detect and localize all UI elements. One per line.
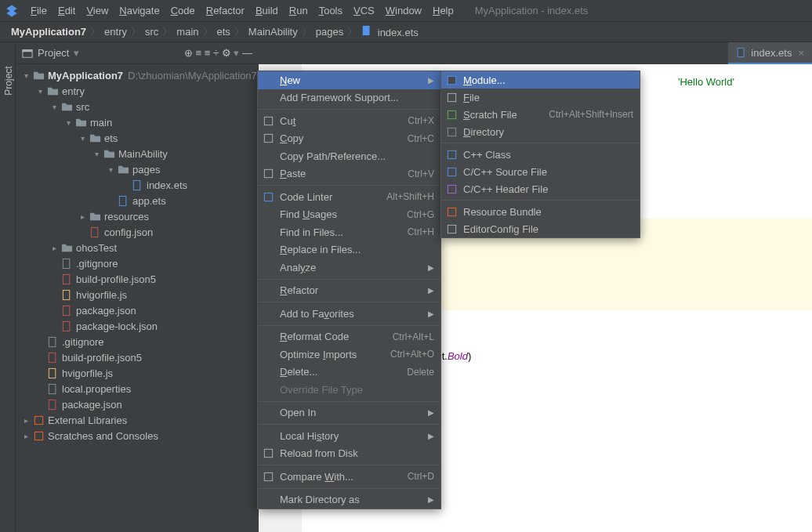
tree-node-hvigorfile-js[interactable]: hvigorfile.js: [16, 287, 259, 302]
svg-rect-56: [448, 168, 455, 175]
project-sidetab[interactable]: Project: [3, 66, 14, 95]
sub-item-c-class[interactable]: C++ Class: [441, 146, 640, 163]
ctx-item-add-framework-support-[interactable]: Add Framework Support...: [258, 89, 440, 107]
ctx-item-paste[interactable]: PasteCtrl+V: [258, 165, 440, 183]
menu-help[interactable]: Help: [427, 5, 459, 16]
sub-item-module-[interactable]: Module...: [441, 71, 640, 89]
menu-separator: [258, 185, 440, 186]
breadcrumb-item[interactable]: main: [173, 26, 201, 38]
menu-window[interactable]: Window: [380, 5, 427, 16]
svg-rect-50: [448, 110, 455, 118]
tree-node-local-properties[interactable]: local.properties: [16, 381, 259, 396]
breadcrumb-item[interactable]: entry: [101, 26, 130, 38]
ctx-item-delete-[interactable]: Delete...Delete: [258, 364, 440, 382]
svg-rect-38: [265, 170, 272, 177]
tree-node--gitignore[interactable]: .gitignore: [16, 334, 259, 349]
ctx-item-find-in-files-[interactable]: Find in Files...Ctrl+H: [258, 223, 440, 241]
tree-node-package-json[interactable]: package.json: [16, 396, 259, 412]
breadcrumb-item[interactable]: MainAbility: [245, 26, 301, 38]
tree-node-ohosTest[interactable]: ▸ohosTest: [16, 240, 259, 255]
menu-build[interactable]: Build: [250, 5, 284, 16]
gear-dropdown-icon[interactable]: ▾: [234, 47, 239, 59]
locate-icon[interactable]: ⊕: [184, 47, 193, 59]
menu-run[interactable]: Run: [284, 5, 314, 16]
tree-root[interactable]: ▾MyApplication7D:\zhuomian\MyApplication…: [16, 67, 259, 83]
ctx-item-replace-in-files-[interactable]: Replace in Files...: [258, 241, 440, 259]
tree-node-build-profile-json5[interactable]: build-profile.json5: [16, 271, 259, 287]
menu-file[interactable]: File: [25, 5, 53, 16]
breadcrumb-separator: 〉: [130, 25, 142, 39]
breadcrumb-separator: 〉: [89, 25, 101, 39]
tree-node-ets[interactable]: ▾ets: [16, 130, 259, 146]
sub-item-resource-bundle[interactable]: Resource Bundle: [441, 203, 640, 220]
svg-rect-26: [49, 384, 56, 393]
menu-refactor[interactable]: Refactor: [201, 5, 250, 16]
ctx-item-code-linter[interactable]: Code LinterAlt+Shift+H: [258, 188, 440, 206]
sub-item-c-c-header-file[interactable]: C/C++ Header File: [441, 180, 640, 197]
tree-node-app-ets[interactable]: app.ets: [16, 193, 259, 208]
ctx-item-refactor[interactable]: Refactor▶: [258, 282, 440, 300]
breadcrumb-item[interactable]: pages: [313, 26, 346, 38]
ctx-item-copy[interactable]: CopyCtrl+C: [258, 130, 440, 148]
ctx-item-reload-from-disk[interactable]: Reload from Disk: [258, 445, 440, 463]
tree-node-package-lock-json[interactable]: package-lock.json: [16, 318, 259, 334]
ctx-item-local-history[interactable]: Local History▶: [258, 427, 440, 445]
svg-rect-60: [448, 208, 455, 215]
minimize-icon[interactable]: —: [242, 47, 252, 59]
ctx-item-analyze[interactable]: Analyze▶: [258, 259, 440, 277]
tree-node-external[interactable]: ▸External Libraries: [16, 412, 259, 428]
ctx-item-mark-directory-as[interactable]: Mark Directory as▶: [258, 491, 440, 509]
settings-gear-icon[interactable]: ⚙: [222, 47, 231, 59]
menu-edit[interactable]: Edit: [53, 5, 81, 16]
svg-rect-42: [265, 450, 272, 457]
sub-item-editorconfig-file[interactable]: EditorConfig File: [441, 220, 640, 237]
menu-vcs[interactable]: VCS: [348, 5, 380, 16]
tree-node-main[interactable]: ▾main: [16, 114, 259, 130]
sub-item-directory[interactable]: Directory: [441, 123, 640, 140]
tree-node-MainAbility[interactable]: ▾MainAbility: [16, 146, 259, 161]
menu-code[interactable]: Code: [165, 5, 201, 16]
tab-close-icon[interactable]: ×: [798, 47, 804, 59]
tree-node--gitignore[interactable]: .gitignore: [16, 255, 259, 271]
divide-icon[interactable]: ÷: [213, 47, 219, 59]
breadcrumb-item[interactable]: ets: [214, 26, 234, 38]
svg-rect-14: [63, 290, 70, 299]
tree-node-package-json[interactable]: package.json: [16, 302, 259, 318]
ctx-item-cut[interactable]: CutCtrl+X: [258, 112, 440, 130]
sub-item-c-c-source-file[interactable]: C/C++ Source File: [441, 163, 640, 180]
menu-view[interactable]: View: [81, 5, 114, 16]
tree-node-index-ets[interactable]: index.ets: [16, 177, 259, 193]
editor-tab-index[interactable]: index.ets ×: [728, 42, 812, 64]
tree-node-hvigorfile-js[interactable]: hvigorfile.js: [16, 365, 259, 381]
tree-node-src[interactable]: ▾src: [16, 99, 259, 114]
ctx-item-optimize-imports[interactable]: Optimize ImportsCtrl+Alt+O: [258, 346, 440, 364]
ctx-item-find-usages[interactable]: Find UsagesCtrl+G: [258, 206, 440, 224]
left-gutter: Project: [0, 44, 16, 532]
menu-navigate[interactable]: Navigate: [114, 5, 165, 16]
tree-node-config-json[interactable]: config.json: [16, 224, 259, 240]
ctx-item-open-in[interactable]: Open In▶: [258, 404, 440, 422]
tree-node-build-profile-json5[interactable]: build-profile.json5: [16, 349, 259, 365]
expand-all-icon[interactable]: ≡: [196, 47, 202, 59]
svg-rect-58: [448, 185, 455, 192]
ctx-item-copy-path-reference-[interactable]: Copy Path/Reference...: [258, 147, 440, 165]
breadcrumb-item[interactable]: index.ets: [358, 25, 422, 38]
sub-item-scratch-file[interactable]: Scratch FileCtrl+Alt+Shift+Insert: [441, 106, 640, 123]
sub-item-file[interactable]: File: [441, 89, 640, 106]
breadcrumb-item[interactable]: MyApplication7: [8, 26, 89, 38]
tree-node-scratches[interactable]: ▸Scratches and Consoles: [16, 428, 259, 443]
ctx-item-new[interactable]: New▶: [258, 71, 440, 89]
menu-tools[interactable]: Tools: [314, 5, 348, 16]
ctx-item-add-to-favorites[interactable]: Add to Favorites▶: [258, 305, 440, 323]
panel-dropdown-icon[interactable]: ▾: [74, 47, 79, 59]
svg-rect-62: [448, 225, 455, 232]
ctx-item-reformat-code[interactable]: Reformat CodeCtrl+Alt+L: [258, 328, 440, 346]
breadcrumb-separator: 〉: [202, 25, 214, 39]
svg-rect-34: [265, 118, 272, 125]
breadcrumb-item[interactable]: src: [142, 26, 161, 38]
tree-node-pages[interactable]: ▾pages: [16, 161, 259, 177]
tree-node-entry[interactable]: ▾entry: [16, 83, 259, 99]
collapse-all-icon[interactable]: ≡: [205, 47, 211, 59]
tree-node-resources[interactable]: ▸resources: [16, 208, 259, 224]
ctx-item-compare-with-[interactable]: Compare With...Ctrl+D: [258, 468, 440, 486]
